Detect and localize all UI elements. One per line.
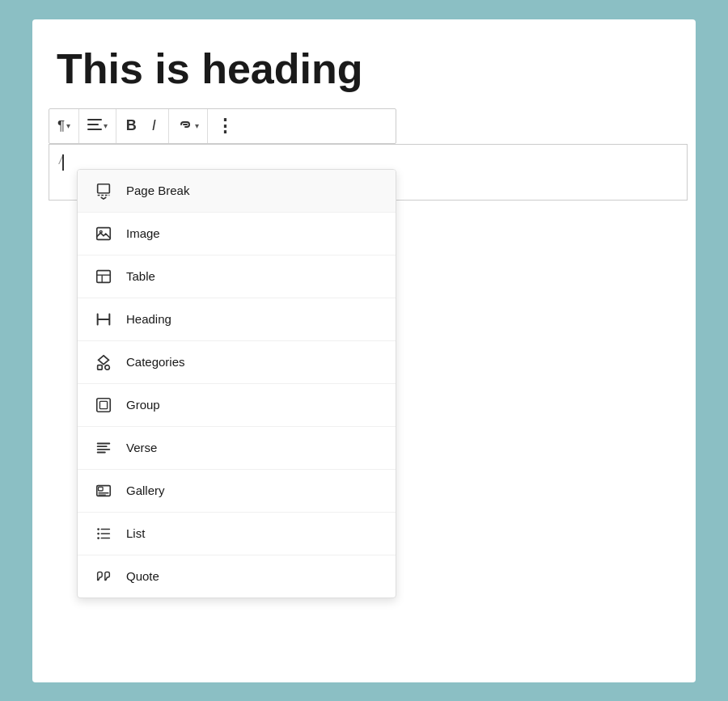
more-button[interactable]: ⋮ [211,113,239,139]
svg-rect-0 [87,119,102,120]
menu-item-categories[interactable]: Categories [78,341,396,384]
toolbar-group-more: ⋮ [208,109,242,143]
paragraph-icon: ¶ [57,118,65,134]
group-icon [92,394,115,416]
categories-icon [92,351,115,374]
svg-point-13 [105,365,110,370]
svg-marker-11 [99,355,109,364]
page-break-icon [92,179,115,202]
page-container: This is heading ¶ ▾ ▾ [32,19,696,682]
menu-label-image: Image [126,226,160,240]
align-button[interactable]: ▾ [83,113,112,139]
toolbar-group-paragraph: ¶ ▾ [49,109,79,143]
menu-item-image[interactable]: Image [78,213,396,255]
paragraph-button[interactable]: ¶ ▾ [53,113,75,139]
paragraph-chevron: ▾ [66,121,70,130]
menu-label-group: Group [126,398,160,412]
menu-label-categories: Categories [126,355,185,369]
editor-toolbar: ¶ ▾ ▾ B I [49,108,396,144]
svg-rect-21 [99,487,104,491]
menu-label-quote: Quote [126,569,159,583]
toolbar-group-link: ▾ [169,109,208,143]
list-icon [92,522,115,545]
bold-button[interactable]: B [120,113,142,139]
image-icon [92,222,115,245]
svg-point-26 [97,532,99,534]
svg-rect-1 [87,124,99,125]
toolbar-group-format: B I [116,109,169,143]
link-chevron: ▾ [195,121,199,130]
svg-rect-7 [97,270,111,282]
link-icon [177,119,193,133]
menu-item-page-break[interactable]: Page Break [78,170,396,213]
italic-icon: I [152,117,156,134]
bold-icon: B [126,117,137,134]
svg-rect-5 [97,227,111,239]
svg-rect-3 [98,184,110,192]
svg-point-24 [97,528,99,530]
link-button[interactable]: ▾ [172,113,204,139]
more-icon: ⋮ [216,117,234,135]
align-icon [87,119,102,133]
menu-item-heading[interactable]: Heading [78,298,396,341]
heading-icon [92,308,115,331]
align-chevron: ▾ [104,121,108,130]
svg-rect-12 [98,365,103,370]
svg-rect-14 [97,398,111,412]
menu-item-table[interactable]: Table [78,255,396,298]
table-icon [92,265,115,288]
quote-icon [92,565,115,588]
menu-label-list: List [126,526,145,540]
menu-item-quote[interactable]: Quote [78,555,396,598]
menu-item-gallery[interactable]: Gallery [78,470,396,513]
menu-label-heading: Heading [126,312,171,326]
menu-item-group[interactable]: Group [78,384,396,427]
page-heading: This is heading [49,44,679,94]
svg-rect-15 [99,401,107,408]
menu-label-page-break: Page Break [126,184,189,197]
verse-icon [92,437,115,459]
svg-point-28 [97,537,99,539]
menu-item-list[interactable]: List [78,513,396,555]
toolbar-group-align: ▾ [79,109,116,143]
gallery-icon [92,479,115,502]
menu-label-table: Table [126,269,155,283]
insert-dropdown-menu: Page Break Image [77,169,396,598]
italic-button[interactable]: I [142,113,165,139]
menu-label-gallery: Gallery [126,484,165,497]
menu-label-verse: Verse [126,441,157,454]
text-cursor [62,154,64,171]
svg-rect-2 [87,129,102,130]
menu-item-verse[interactable]: Verse [78,427,396,470]
